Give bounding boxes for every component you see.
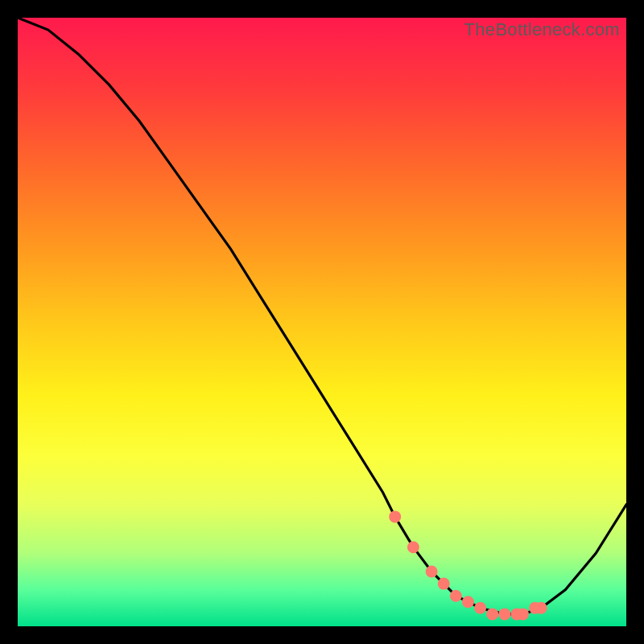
marker-dot [426,566,438,578]
chart-frame: TheBottleneck.com [0,0,644,644]
marker-dot [450,590,462,602]
chart-plot-area: TheBottleneck.com [18,18,626,626]
curve-line [18,18,626,614]
marker-dot [407,541,419,553]
marker-dot [462,596,474,608]
marker-dot [438,578,450,590]
marker-dot [474,602,486,614]
marker-dot [389,510,401,522]
marker-dot [535,602,547,614]
chart-svg [18,18,626,626]
marker-dot [498,608,510,620]
marker-dot [517,608,529,620]
curve-markers [389,510,547,620]
marker-dot [486,608,498,620]
